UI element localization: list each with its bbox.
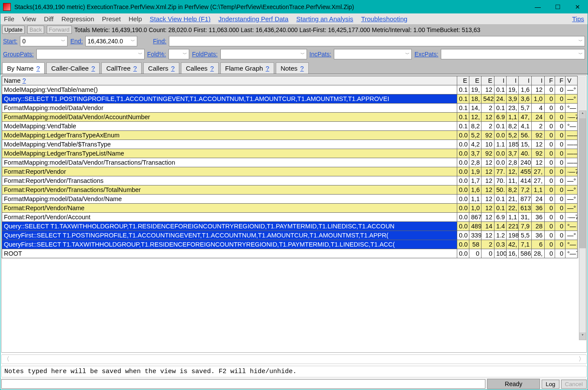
tab-caller-callee[interactable]: Caller-Callee ? (46, 62, 100, 74)
col-e1[interactable]: E (457, 76, 469, 85)
cell-value[interactable]: 1,0 (532, 94, 545, 104)
cell-value[interactable]: 0 (545, 131, 555, 140)
incpats-input[interactable]: ﹀ (334, 49, 412, 59)
cell-value[interactable]: 0.1 (494, 195, 507, 204)
cell-value[interactable]: 2 (481, 122, 494, 131)
cell-value[interactable]: 0.1 (494, 104, 507, 113)
cell-value[interactable]: 1,1 (507, 113, 519, 122)
cell-value[interactable]: 4 (532, 104, 545, 113)
cell-value[interactable]: 1.4 (494, 222, 507, 231)
cell-value[interactable]: 12, (469, 113, 481, 122)
scroll-thumb[interactable] (579, 118, 586, 248)
cell-value[interactable]: 0 (555, 149, 565, 158)
cell-value[interactable]: 100 (494, 249, 507, 258)
cell-value[interactable]: 12 (481, 167, 494, 176)
excpats-label[interactable]: ExcPats: (414, 51, 438, 58)
cell-name[interactable]: Format:Report/Vendor/Transactions (2, 176, 457, 185)
cell-value[interactable]: 14, (469, 104, 481, 113)
cell-value[interactable]: 15, (519, 140, 532, 149)
link-tips[interactable]: Tips (572, 15, 584, 23)
cell-value[interactable]: 12 (532, 158, 545, 167)
cell-value[interactable]: —° (565, 231, 578, 240)
cell-value[interactable]: 0 (545, 140, 555, 149)
scroll-right-icon[interactable]: 〉 (578, 355, 585, 363)
find-label[interactable]: Find: (153, 38, 166, 45)
cell-value[interactable]: 0 (555, 240, 565, 249)
link-troubleshooting[interactable]: Troubleshooting (361, 15, 407, 23)
cell-value[interactable]: 11, (507, 176, 519, 185)
link-starting-analysis[interactable]: Starting an Analysis (296, 15, 353, 23)
grid-scroll[interactable]: Name ? E E E I I I I F F V ModelMapping (2, 76, 586, 352)
cell-value[interactable]: 12 (481, 213, 494, 222)
log-button[interactable]: Log (542, 380, 559, 389)
cell-value[interactable]: 0 (555, 140, 565, 149)
cell-value[interactable]: 5,5 (519, 231, 532, 240)
cell-value[interactable]: 0.0 (457, 204, 469, 213)
scroll-left-icon[interactable]: 〈 (3, 355, 10, 363)
cell-value[interactable]: 1,9 (469, 167, 481, 176)
cell-name[interactable]: Format:Report/Vendor/Name (2, 204, 457, 213)
cell-value[interactable]: 586 (519, 249, 532, 258)
table-row[interactable]: Format:Report/Vendor/Account0.0867126.91… (2, 213, 586, 222)
cell-value[interactable]: 0 (481, 249, 494, 258)
start-label[interactable]: Start: (3, 38, 17, 45)
col-i2[interactable]: I (507, 76, 519, 85)
cell-value[interactable]: 0 (545, 185, 555, 195)
cell-value[interactable]: 0.1 (494, 204, 507, 213)
find-input[interactable]: ﹀ (169, 36, 585, 46)
tab-notes[interactable]: Notes ? (276, 62, 309, 74)
notes-field[interactable]: Notes typed here will be saved when the … (1, 366, 587, 377)
cell-value[interactable]: 0.0 (457, 240, 469, 249)
scroll-up-icon[interactable]: ˄ (579, 111, 586, 118)
table-row[interactable]: Query::SELECT T1.TAXWITHHOLDGROUP,T1.RES… (2, 222, 586, 231)
cell-value[interactable]: —° (565, 204, 578, 213)
cell-value[interactable]: 10 (481, 140, 494, 149)
cell-value[interactable]: 0 (545, 231, 555, 240)
cell-value[interactable]: 0 (555, 204, 565, 213)
table-row[interactable]: QueryFirst::SELECT T1.POSTINGPROFILE,T1.… (2, 231, 586, 240)
cell-value[interactable]: 12 (481, 185, 494, 195)
cell-value[interactable]: 1.1 (494, 140, 507, 149)
cell-value[interactable]: 21, (507, 195, 519, 204)
maximize-button[interactable]: ☐ (548, 0, 568, 13)
menu-view[interactable]: View (22, 15, 36, 23)
cell-value[interactable]: 56. (519, 131, 532, 140)
col-e2[interactable]: E (469, 76, 481, 85)
cell-value[interactable]: 0.0 (457, 231, 469, 240)
cell-value[interactable]: 0 (545, 240, 555, 249)
table-row[interactable]: ModelMapping:VendTable/name()0.119,120.1… (2, 85, 586, 94)
grouppats-input[interactable]: ﹀ (36, 49, 145, 59)
cell-value[interactable]: 36 (532, 204, 545, 213)
cell-value[interactable]: 0 (555, 213, 565, 222)
table-row[interactable]: ModelMapping:LedgerTransTypeList/Name0.0… (2, 149, 586, 158)
cell-value[interactable]: 0.0 (457, 140, 469, 149)
grouppats-label[interactable]: GroupPats: (3, 51, 34, 58)
cell-value[interactable]: 28 (532, 222, 545, 231)
table-row[interactable]: FormatMapping:model/Data/Vendor0.114,20.… (2, 104, 586, 113)
cell-value[interactable]: 8,2 (507, 122, 519, 131)
cell-name[interactable]: ModelMapping:VendTable/name() (2, 85, 457, 94)
cell-value[interactable]: 221 (507, 222, 519, 231)
cell-value[interactable]: 0 (555, 85, 565, 94)
cell-value[interactable]: 92 (532, 149, 545, 158)
cell-value[interactable]: 7,1 (519, 240, 532, 249)
cell-value[interactable]: 0 (555, 222, 565, 231)
cell-name[interactable]: Query::SELECT T1.TAXWITHHOLDGROUP,T1.RES… (2, 222, 457, 231)
cell-value[interactable]: 0 (545, 122, 555, 131)
cell-value[interactable]: 28, (532, 249, 545, 258)
menu-preset[interactable]: Preset (102, 15, 121, 23)
cell-value[interactable]: 92 (481, 149, 494, 158)
cell-value[interactable]: 92 (532, 131, 545, 140)
cell-value[interactable]: 12 (481, 85, 494, 94)
cell-value[interactable]: 0.0 (457, 131, 469, 140)
cell-value[interactable]: °— (565, 222, 578, 231)
help-icon[interactable]: ? (266, 65, 269, 72)
table-row[interactable]: QueryFirst::SELECT T1.TAXWITHHOLDGROUP,T… (2, 240, 586, 249)
table-row[interactable]: ModelMapping:LedgerTransTypeAxEnum0.05,2… (2, 131, 586, 140)
cell-value[interactable]: 0 (545, 104, 555, 113)
help-icon[interactable]: ? (133, 65, 137, 72)
cell-value[interactable]: 0 (555, 131, 565, 140)
cell-value[interactable]: 27, (532, 176, 545, 185)
cell-value[interactable]: 7,2 (519, 185, 532, 195)
tab-flame-graph[interactable]: Flame Graph ? (220, 62, 274, 74)
